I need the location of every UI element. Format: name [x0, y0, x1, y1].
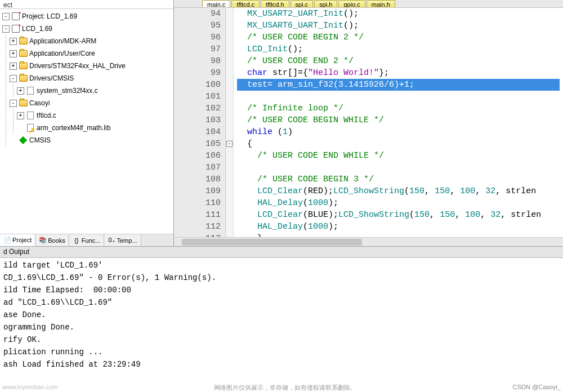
code-line[interactable]: /* USER CODE BEGIN WHILE */	[237, 114, 560, 126]
project-panel: ect - Project: LCD_1.69 - LCD_1.69 +Appl…	[0, 0, 174, 246]
tree-toggle-icon[interactable]: +	[10, 63, 17, 70]
collapse-icon[interactable]: -	[2, 13, 10, 20]
output-line: ase Done.	[3, 309, 560, 321]
tree-node[interactable]: CMSIS	[0, 134, 173, 146]
tree-toggle-icon[interactable]: +	[10, 38, 17, 45]
file-tab-label: tftlcd.h	[266, 1, 284, 8]
fold-toggle-icon[interactable]: -	[226, 141, 233, 147]
line-number: 112	[174, 221, 221, 233]
file-tab[interactable]: spi.h	[314, 0, 337, 8]
code-body[interactable]: 9495969798991001011021031041051061071081…	[174, 8, 563, 237]
file-tab[interactable]: tftlcd.h	[261, 0, 289, 8]
code-line[interactable]: }	[237, 233, 560, 237]
watermark-mid: 网络图片仅供展示，非存储，如有侵权请联系删除。	[214, 384, 356, 392]
code-line[interactable]: /* USER CODE BEGIN 2 */	[237, 32, 560, 43]
file-tab[interactable]: main.c	[202, 0, 230, 8]
target-root-label: LCD_1.69	[22, 25, 52, 33]
file-tab[interactable]: main.h	[367, 0, 395, 8]
code-line[interactable]: /* USER CODE END WHILE */	[237, 150, 560, 162]
tree-node[interactable]: -Casoyi	[0, 97, 173, 109]
tree-toggle-icon[interactable]: +	[17, 112, 24, 119]
folder-icon	[19, 37, 28, 46]
code-line[interactable]: MX_USART6_UART_Init();	[237, 20, 560, 32]
tree-node[interactable]: arm_cortexM4lf_math.lib	[0, 122, 173, 134]
file-tab[interactable]: tftlcd.c	[231, 0, 260, 8]
templates-tab[interactable]: 0₊ Temp...	[104, 234, 141, 246]
output-line: ild Time Elapsed: 00:00:00	[3, 284, 560, 296]
file-icon	[26, 86, 35, 95]
functions-tab[interactable]: {} Func...	[69, 234, 105, 246]
line-number: 106	[174, 150, 221, 162]
code-line[interactable]: /* USER CODE END 2 */	[237, 55, 560, 67]
target-root-row[interactable]: - LCD_1.69	[0, 23, 173, 35]
build-output-body[interactable]: ild target 'LCD_1.69'CD_1.69\LCD_1.69" -…	[0, 258, 563, 392]
scrollbar-thumb[interactable]	[182, 239, 362, 246]
code-line[interactable]: LCD_Clear(RED);LCD_ShowString(150, 150, …	[237, 185, 560, 197]
books-tab-icon: 📚	[39, 237, 47, 244]
line-number: 94	[174, 8, 221, 20]
tree-label: Drivers/CMSIS	[29, 74, 74, 82]
panel-bottom-tabs: 📄 Project 📚 Books {} Func... 0₊ Temp...	[0, 234, 173, 246]
code-line[interactable]: test= arm_sin_f32(3.1415926/6)+1;	[237, 79, 560, 91]
tree-label: arm_cortexM4lf_math.lib	[37, 124, 110, 132]
build-output-title: d Output	[0, 247, 563, 258]
line-number: 96	[174, 32, 221, 43]
tree-node[interactable]: +Application/User/Core	[0, 47, 173, 60]
collapse-icon[interactable]: -	[2, 25, 10, 33]
code-line[interactable]: MX_USART2_UART_Init();	[237, 8, 560, 20]
code-editor: main.ctftlcd.ctftlcd.hspi.cspi.hgpio.cma…	[174, 0, 563, 246]
output-line: ash Load finished at 23:29:49	[3, 358, 560, 371]
tree-toggle-icon[interactable]: -	[10, 75, 17, 82]
watermark-right: CSDN @Casoyi_	[513, 384, 561, 392]
code-line[interactable]: {	[237, 138, 560, 150]
line-gutter: 9495969798991001011021031041051061071081…	[174, 8, 226, 237]
file-tab[interactable]: spi.c	[291, 0, 314, 8]
project-root-label: Project: LCD_1.69	[22, 12, 77, 20]
output-line: CD_1.69\LCD_1.69" - 0 Error(s), 1 Warnin…	[3, 271, 560, 284]
books-tab[interactable]: 📚 Books	[35, 234, 69, 246]
code-line[interactable]: /* USER CODE BEGIN 3 */	[237, 173, 560, 185]
line-number: 110	[174, 197, 221, 209]
tree-node[interactable]: +system_stm32f4xx.c	[0, 84, 173, 97]
output-line: plication running ...	[3, 346, 560, 358]
code-line[interactable]: /* Infinite loop */	[237, 103, 560, 114]
file-tab-bar: main.ctftlcd.ctftlcd.hspi.cspi.hgpio.cma…	[174, 0, 563, 8]
code-text[interactable]: MX_USART2_UART_Init(); MX_USART6_UART_In…	[234, 8, 563, 237]
temp-tab-icon: 0₊	[108, 237, 115, 244]
code-line[interactable]: HAL_Delay(1000);	[237, 197, 560, 209]
project-tree[interactable]: - Project: LCD_1.69 - LCD_1.69 +Applicat…	[0, 9, 173, 234]
line-number: 98	[174, 55, 221, 67]
file-tab-label: spi.h	[319, 1, 332, 8]
code-line[interactable]: LCD_Init();	[237, 43, 560, 55]
code-line[interactable]: char str[]={"Hello World!"};	[237, 67, 560, 79]
horizontal-scrollbar[interactable]	[174, 237, 563, 246]
tree-label: CMSIS	[29, 136, 51, 144]
tree-label: Application/MDK-ARM	[29, 37, 96, 45]
line-number: 102	[174, 103, 221, 114]
code-line[interactable]: LCD_Clear(BLUE);LCD_ShowString(150, 150,…	[237, 209, 560, 221]
code-line[interactable]	[237, 162, 560, 173]
watermark: www.toymoban.com 网络图片仅供展示，非存储，如有侵权请联系删除。…	[0, 384, 563, 392]
project-root-row[interactable]: - Project: LCD_1.69	[0, 10, 173, 23]
code-line[interactable]: while (1)	[237, 126, 560, 138]
code-line[interactable]: HAL_Delay(1000);	[237, 221, 560, 233]
tree-node[interactable]: +tftlcd.c	[0, 109, 173, 122]
output-line: ogramming Done.	[3, 321, 560, 333]
tree-node[interactable]: -Drivers/CMSIS	[0, 72, 173, 84]
line-number: 113	[174, 233, 221, 237]
file-tab-label: tftlcd.c	[236, 1, 254, 8]
folder-icon	[19, 61, 28, 70]
tree-toggle-icon[interactable]: +	[17, 87, 24, 95]
line-number: 108	[174, 173, 221, 185]
folder-icon	[19, 74, 28, 83]
tree-node[interactable]: +Drivers/STM32F4xx_HAL_Drive	[0, 60, 173, 72]
line-number: 107	[174, 162, 221, 173]
watermark-left: www.toymoban.com	[2, 384, 57, 392]
code-line[interactable]	[237, 91, 560, 103]
line-number: 95	[174, 20, 221, 32]
tree-toggle-icon[interactable]: -	[10, 100, 17, 107]
project-tab[interactable]: 📄 Project	[0, 234, 35, 246]
tree-node[interactable]: +Application/MDK-ARM	[0, 35, 173, 47]
file-tab[interactable]: gpio.c	[338, 0, 365, 8]
tree-toggle-icon[interactable]: +	[10, 50, 17, 57]
